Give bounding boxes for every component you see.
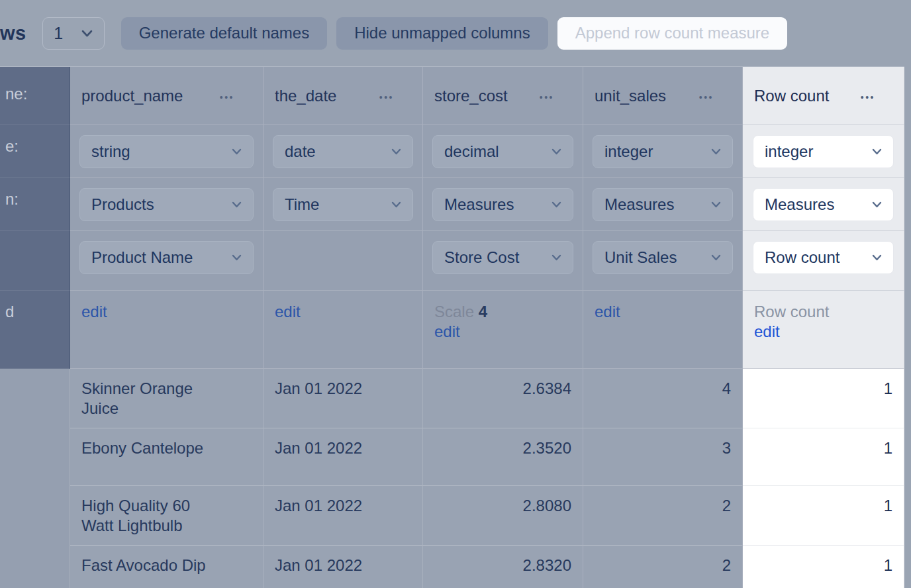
toolbar: ws 1 Generate default names Hide unmappe…: [0, 0, 911, 66]
chevron-down-icon: [551, 148, 561, 155]
table-row-edit: d edit edit Scale 4 edit edit Row count …: [0, 291, 904, 369]
chevron-down-icon: [872, 201, 882, 208]
preview-rows-select[interactable]: 1: [42, 17, 105, 50]
column-mapping-table: ne: product_name ••• the_date ••• store_…: [0, 66, 904, 588]
mapping-select-row-count[interactable]: Row count: [753, 241, 894, 274]
cell-unit-sales: 3: [583, 428, 743, 486]
chevron-down-icon: [81, 30, 93, 37]
chevron-down-icon: [232, 254, 242, 261]
chevron-down-icon: [711, 201, 721, 208]
append-row-count-measure-button[interactable]: Append row count measure: [557, 17, 788, 50]
chevron-down-icon: [232, 148, 242, 155]
dimension-select-the-date[interactable]: Time: [273, 188, 413, 221]
chevron-down-icon: [391, 201, 401, 208]
column-menu-icon[interactable]: •••: [699, 90, 714, 102]
cell-unit-sales: 2: [583, 546, 743, 588]
gutter-type-label: e:: [0, 125, 70, 178]
column-header-label: product_name: [81, 87, 183, 105]
cell-unit-sales: 4: [583, 369, 743, 428]
edit-link-store-cost[interactable]: edit: [434, 322, 460, 342]
cell-row-count: 1: [743, 369, 904, 428]
cell-row-count: 1: [743, 486, 904, 546]
cell-the-date: Jan 01 2022: [264, 546, 423, 588]
column-menu-icon[interactable]: •••: [861, 90, 875, 102]
table-row: Skinner Orange Juice Jan 01 2022 2.6384 …: [0, 369, 904, 428]
type-select-the-date[interactable]: date: [273, 135, 413, 168]
column-header-product-name: product_name •••: [70, 67, 264, 125]
dimension-select-store-cost[interactable]: Measures: [432, 188, 573, 221]
cell-row-count: 1: [743, 546, 904, 588]
column-header-store-cost: store_cost •••: [423, 67, 583, 125]
edit-link-the-date[interactable]: edit: [275, 302, 301, 322]
cell-store-cost: 2.3520: [423, 428, 583, 486]
table-row: Fast Avocado Dip Jan 01 2022 2.8320 2 1: [0, 546, 904, 588]
scale-info: Scale 4: [434, 302, 571, 322]
chevron-down-icon: [551, 254, 561, 261]
cell-the-date: Jan 01 2022: [264, 428, 423, 486]
dimension-select-unit-sales[interactable]: Measures: [593, 188, 733, 221]
preview-rows-label-clipped: ws: [0, 23, 26, 44]
type-select-row-count[interactable]: integer: [753, 135, 894, 168]
chevron-down-icon: [391, 148, 401, 155]
type-select-product-name[interactable]: string: [79, 135, 254, 168]
chevron-down-icon: [872, 254, 882, 261]
cell-product-name: Skinner Orange Juice: [70, 369, 264, 428]
measure-name-label: Row count: [754, 302, 892, 322]
gutter-mapping-label: [0, 231, 70, 291]
edit-link-product-name[interactable]: edit: [81, 302, 107, 322]
cell-store-cost: 2.8320: [423, 546, 583, 588]
cell-unit-sales: 2: [583, 486, 743, 546]
cell-product-name: Ebony Cantelope: [70, 428, 264, 486]
column-header-label: Row count: [754, 87, 829, 105]
gutter-spacer: [0, 428, 70, 486]
column-header-the-date: the_date •••: [264, 67, 423, 125]
table-row: Ebony Cantelope Jan 01 2022 2.3520 3 1: [0, 428, 904, 486]
chevron-down-icon: [711, 148, 721, 155]
table-row-mappings: Product Name Store Cost Unit Sales Row c…: [0, 231, 904, 291]
preview-rows-value: 1: [54, 24, 63, 43]
cell-store-cost: 2.6384: [423, 369, 583, 428]
table-row: High Quality 60 Watt Lightbulb Jan 01 20…: [0, 486, 904, 546]
cell-row-count: 1: [743, 428, 904, 486]
column-header-label: store_cost: [434, 87, 508, 105]
gutter-spacer: [0, 369, 70, 428]
cell-the-date: Jan 01 2022: [264, 486, 423, 546]
cell-product-name: High Quality 60 Watt Lightbulb: [70, 486, 264, 546]
type-select-unit-sales[interactable]: integer: [593, 135, 733, 168]
dimension-select-row-count[interactable]: Measures: [753, 188, 894, 221]
chevron-down-icon: [872, 148, 882, 155]
column-header-unit-sales: unit_sales •••: [583, 67, 743, 125]
gutter-dimension-label: n:: [0, 178, 70, 231]
hide-unmapped-columns-button[interactable]: Hide unmapped columns: [336, 17, 548, 50]
column-menu-icon[interactable]: •••: [540, 90, 554, 102]
gutter-spacer: [0, 546, 70, 588]
chevron-down-icon: [551, 201, 561, 208]
mapping-select-store-cost[interactable]: Store Cost: [432, 241, 573, 274]
type-select-store-cost[interactable]: decimal: [432, 135, 573, 168]
scale-value: 4: [479, 303, 487, 320]
table-row-types: e: string date decimal integer integer: [0, 125, 904, 178]
gutter-spacer: [0, 486, 70, 546]
dimension-select-product-name[interactable]: Products: [79, 188, 254, 221]
gutter-column-name-label: ne:: [0, 67, 70, 125]
mapping-select-product-name[interactable]: Product Name: [79, 241, 254, 274]
table-row-headers: ne: product_name ••• the_date ••• store_…: [0, 67, 904, 125]
mapping-empty-the-date: [264, 231, 423, 291]
column-header-label: unit_sales: [595, 87, 666, 105]
column-header-row-count: Row count •••: [743, 67, 904, 125]
edit-link-row-count[interactable]: edit: [754, 322, 780, 342]
mapping-select-unit-sales[interactable]: Unit Sales: [593, 241, 733, 274]
generate-default-names-button[interactable]: Generate default names: [121, 17, 328, 50]
gutter-mapped-label: d: [0, 291, 70, 369]
column-header-label: the_date: [275, 87, 336, 105]
cell-product-name: Fast Avocado Dip: [70, 546, 264, 588]
edit-link-unit-sales[interactable]: edit: [595, 302, 620, 322]
table-row-dimensions: n: Products Time Measures Measures Measu…: [0, 178, 904, 231]
cell-store-cost: 2.8080: [423, 486, 583, 546]
chevron-down-icon: [711, 254, 721, 261]
column-menu-icon[interactable]: •••: [220, 90, 234, 102]
cell-the-date: Jan 01 2022: [264, 369, 423, 428]
chevron-down-icon: [232, 201, 242, 208]
column-menu-icon[interactable]: •••: [379, 90, 394, 102]
